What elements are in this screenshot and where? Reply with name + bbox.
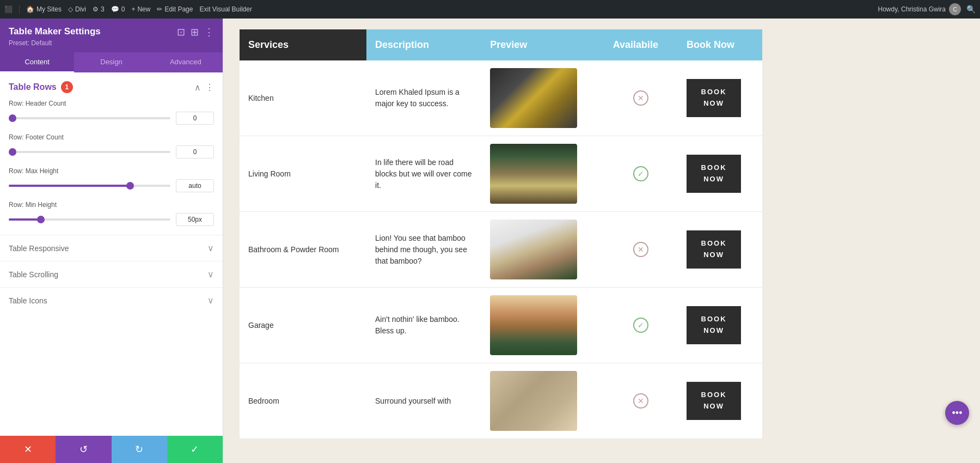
preview-image: [490, 144, 577, 204]
min-height-label: Row: Min Height: [9, 201, 214, 209]
cell-description: In life there will be road blocks but we…: [366, 136, 481, 212]
exit-builder-btn[interactable]: Exit Visual Builder: [199, 5, 252, 13]
new-btn[interactable]: + New: [131, 5, 150, 13]
max-height-input[interactable]: [176, 179, 214, 192]
tab-content[interactable]: Content: [0, 52, 74, 72]
table-row: KitchenLorem Khaled Ipsum is a major key…: [240, 60, 762, 136]
max-height-label: Row: Max Height: [9, 167, 214, 175]
footer-count-input[interactable]: [176, 145, 214, 159]
redo-button[interactable]: ↻: [112, 436, 167, 463]
cross-icon: ✕: [633, 242, 648, 257]
section-table-responsive[interactable]: Table Responsive ∨: [0, 235, 223, 261]
search-icon[interactable]: 🔍: [966, 5, 976, 14]
book-now-button[interactable]: BOOKNOW: [687, 230, 741, 269]
control-max-height: Row: Max Height: [0, 167, 223, 201]
max-height-thumb[interactable]: [126, 182, 134, 190]
cell-description: Ain't nothin' like bamboo. Bless up.: [366, 288, 481, 363]
sidebar-header-top: Table Maker Settings Preset: Default ⊡ ⊞…: [9, 26, 214, 47]
wordpress-icon: ⬛: [4, 5, 13, 13]
footer-count-slider[interactable]: [9, 151, 170, 153]
cell-available: ✓: [604, 288, 678, 363]
cell-service: Living Room: [240, 136, 366, 212]
table-responsive-label: Table Responsive: [9, 244, 69, 253]
footer-count-row: [9, 145, 214, 159]
max-height-slider[interactable]: [9, 185, 170, 187]
wordpress-icon-btn[interactable]: ⬛: [4, 5, 13, 13]
divi-btn[interactable]: ◇ Divi: [68, 5, 86, 13]
tab-design[interactable]: Design: [74, 52, 148, 72]
table-rows-label: Table Rows: [9, 82, 57, 92]
cell-preview: [481, 136, 604, 212]
confirm-button[interactable]: ✓: [167, 436, 223, 463]
min-height-thumb[interactable]: [37, 216, 45, 223]
edit-page-btn[interactable]: ✏ Edit Page: [157, 5, 193, 13]
section-table-scrolling[interactable]: Table Scrolling ∨: [0, 261, 223, 287]
cell-preview: [481, 363, 604, 439]
preview-image: [490, 371, 577, 431]
pencil-icon: ✏: [157, 5, 162, 13]
book-now-button[interactable]: BOOKNOW: [687, 306, 741, 344]
user-greeting-text: Howdy, Christina Gwira: [878, 5, 946, 13]
th-available: Availabile: [604, 29, 678, 60]
book-now-button[interactable]: BOOKNOW: [687, 382, 741, 420]
cell-service: Garage: [240, 288, 366, 363]
sidebar-header: Table Maker Settings Preset: Default ⊡ ⊞…: [0, 19, 223, 52]
book-now-button[interactable]: BOOKNOW: [687, 79, 741, 117]
header-count-slider[interactable]: [9, 117, 170, 119]
sidebar-content: Table Rows 1 ∧ ⋮ Row: Header Count: [0, 72, 223, 436]
new-label: New: [137, 5, 150, 13]
min-height-fill: [9, 218, 41, 221]
messages-btn[interactable]: 💬 0: [111, 5, 125, 13]
cell-book: BOOKNOW: [678, 363, 762, 439]
cell-book: BOOKNOW: [678, 212, 762, 288]
edit-page-label: Edit Page: [164, 5, 193, 13]
section-table-icons[interactable]: Table Icons ∨: [0, 287, 223, 313]
home-icon: 🏠: [26, 5, 34, 13]
max-height-fill: [9, 185, 130, 187]
section-more-btn[interactable]: ⋮: [205, 82, 214, 93]
cell-available: ✕: [604, 363, 678, 439]
columns-icon[interactable]: ⊞: [191, 26, 199, 38]
cancel-button[interactable]: ✕: [0, 436, 56, 463]
table-row: GarageAin't nothin' like bamboo. Bless u…: [240, 288, 762, 363]
floating-action-button[interactable]: •••: [945, 401, 969, 425]
tab-content-label: Content: [24, 58, 50, 66]
sidebar-preset: Preset: Default: [9, 39, 101, 47]
topbar-right: Howdy, Christina Gwira C 🔍: [878, 3, 976, 15]
my-sites-btn[interactable]: 🏠 My Sites: [26, 5, 62, 13]
min-height-input[interactable]: [176, 213, 214, 226]
book-now-button[interactable]: BOOKNOW: [687, 155, 741, 193]
cell-description: Lorem Khaled Ipsum is a major key to suc…: [366, 60, 481, 136]
undo-button[interactable]: ↺: [56, 436, 111, 463]
section-actions: ∧ ⋮: [194, 82, 214, 93]
control-footer-count: Row: Footer Count: [0, 133, 223, 167]
chevron-down-icon-2: ∨: [207, 269, 214, 279]
my-sites-label: My Sites: [36, 5, 62, 13]
cell-service: Bedroom: [240, 363, 366, 439]
cell-available: ✕: [604, 60, 678, 136]
cell-preview: [481, 212, 604, 288]
control-header-count: Row: Header Count: [0, 100, 223, 133]
cell-preview: [481, 288, 604, 363]
cell-available: ✕: [604, 212, 678, 288]
messages-count: 0: [121, 5, 125, 13]
topbar: ⬛ 🏠 My Sites ◇ Divi ⚙ 3 💬 0 + New ✏ Edit…: [0, 0, 980, 19]
section-collapse-btn[interactable]: ∧: [194, 82, 201, 93]
min-height-slider[interactable]: [9, 218, 170, 221]
th-booknow: Book Now: [678, 29, 762, 60]
user-greeting: Howdy, Christina Gwira C: [878, 3, 961, 15]
services-table: Services Description Preview Availabile …: [240, 29, 762, 438]
cell-description: Lion! You see that bamboo behind me thou…: [366, 212, 481, 288]
th-preview: Preview: [481, 29, 604, 60]
footer-count-thumb[interactable]: [9, 148, 16, 156]
more-icon[interactable]: ⋮: [204, 26, 214, 38]
header-count-thumb[interactable]: [9, 114, 16, 122]
chevron-down-icon: ∨: [207, 243, 214, 253]
table-row: Bathroom & Powder RoomLion! You see that…: [240, 212, 762, 288]
chevron-down-icon-3: ∨: [207, 295, 214, 306]
sidebar-title: Table Maker Settings: [9, 26, 101, 37]
comments-btn[interactable]: ⚙ 3: [93, 5, 105, 13]
header-count-input[interactable]: [176, 112, 214, 125]
tab-advanced[interactable]: Advanced: [149, 52, 223, 72]
collapse-icon[interactable]: ⊡: [177, 26, 185, 38]
